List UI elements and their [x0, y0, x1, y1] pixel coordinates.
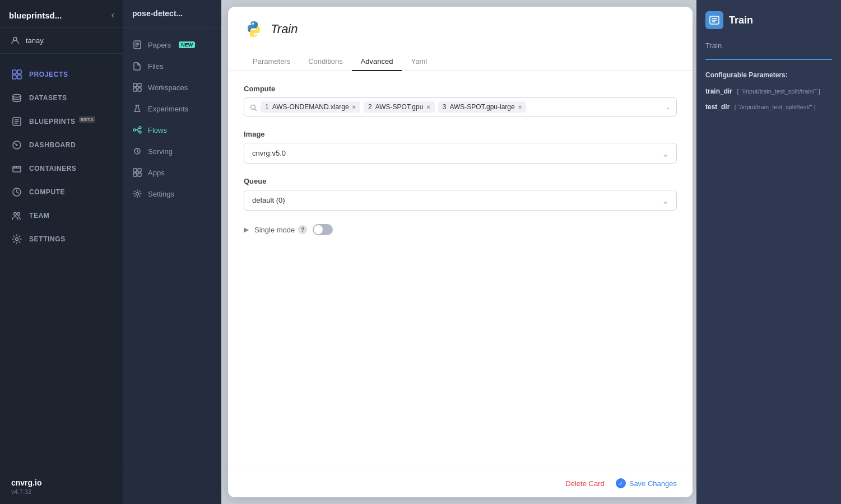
snav-item-flows[interactable]: Flows — [123, 119, 221, 141]
sidebar-footer: cnvrg.io v4.7.32 — [0, 469, 123, 504]
tab-yaml[interactable]: Yaml — [402, 53, 436, 71]
param-value-test-dir: [ "/input/train_test_split/test/" ] — [735, 104, 816, 110]
play-icon: ▶ — [244, 226, 249, 234]
apps-icon — [132, 167, 142, 178]
tag-remove-1[interactable]: × — [352, 104, 356, 110]
image-select[interactable]: cnvrg:v5.0 — [244, 143, 677, 164]
sidebar-label-datasets: DATASETS — [29, 94, 67, 102]
snav-item-papers[interactable]: Papers NEW — [123, 34, 221, 55]
python-icon — [244, 19, 264, 39]
right-panel-subtitle: Train — [705, 38, 832, 60]
compute-dropdown-arrow[interactable]: ⌄ — [665, 103, 671, 111]
dashboard-icon — [11, 139, 22, 151]
snav-label-workspaces: Workspaces — [148, 83, 188, 92]
projects-icon — [11, 69, 22, 80]
sidebar-item-compute[interactable]: COMPUTE — [0, 180, 123, 204]
queue-label: Queue — [244, 177, 677, 185]
tag-name-3: AWS-SPOT.gpu-large — [449, 103, 514, 111]
right-panel-header: Train — [705, 11, 832, 29]
sidebar-item-containers[interactable]: CONTAINERS — [0, 157, 123, 180]
tab-conditions[interactable]: Conditions — [299, 53, 351, 71]
collapse-icon[interactable]: ‹ — [111, 10, 114, 20]
image-value: cnvrg:v5.0 — [252, 149, 286, 157]
snav-label-serving: Serving — [148, 147, 173, 156]
compute-icon — [11, 186, 22, 198]
svg-rect-3 — [12, 75, 16, 79]
right-panel-title: Train — [729, 15, 753, 26]
modal-title: Train — [271, 22, 298, 36]
sidebar-label-containers: CONTAINERS — [29, 165, 76, 172]
footer-version: v4.7.32 — [11, 488, 112, 495]
compute-input[interactable]: 1 AWS-ONDEMAND.xlarge × 2 AWS-SPOT.gpu ×… — [244, 97, 677, 116]
svg-rect-4 — [17, 75, 21, 79]
save-check-icon: ✓ — [616, 478, 626, 488]
svg-point-8 — [16, 144, 18, 146]
compute-tag-3: 3 AWS-SPOT.gpu-large × — [438, 101, 526, 113]
image-label: Image — [244, 130, 677, 138]
user-name: tanay. — [26, 36, 45, 45]
left-sidebar: blueprintsd... ‹ tanay. PROJECTS — [0, 0, 123, 504]
snav-item-experiments[interactable]: Experiments — [123, 98, 221, 119]
main-content: Train Parameters Conditions Advanced Yam… — [221, 0, 841, 504]
svg-point-13 — [17, 213, 20, 216]
svg-point-11 — [16, 167, 17, 168]
sidebar-item-team[interactable]: TEAM — [0, 204, 123, 227]
tab-parameters[interactable]: Parameters — [244, 53, 299, 71]
sidebar-label-projects: PROJECTS — [29, 71, 68, 78]
sidebar-label-settings: SETTINGS — [29, 235, 66, 243]
main-nav: PROJECTS DATASETS BLUEPRINTS BETA — [0, 54, 123, 469]
save-changes-button[interactable]: ✓ Save Changes — [616, 478, 677, 488]
svg-rect-2 — [17, 70, 21, 74]
single-mode-label: Single mode ? — [254, 225, 307, 234]
sidebar-item-projects[interactable]: PROJECTS — [0, 63, 123, 86]
help-icon[interactable]: ? — [298, 225, 307, 234]
sidebar-item-settings[interactable]: SETTINGS — [0, 227, 123, 251]
configurable-params-label: Configurable Parameters: — [705, 71, 832, 79]
queue-value: default (0) — [252, 196, 285, 204]
snav-label-settings: Settings — [148, 190, 174, 198]
beta-badge: BETA — [79, 116, 96, 123]
modal-body: Compute 1 AWS-ONDEMAND.xlarge × — [228, 71, 693, 469]
svg-rect-17 — [138, 83, 141, 87]
sidebar-item-dashboard[interactable]: DASHBOARD — [0, 133, 123, 157]
delete-card-button[interactable]: Delete Card — [565, 479, 604, 488]
snav-item-settings[interactable]: Settings — [123, 183, 221, 204]
compute-label: Compute — [244, 85, 677, 93]
blueprints-icon — [11, 116, 22, 127]
tag-name-1: AWS-ONDEMAND.xlarge — [272, 103, 349, 111]
snav-item-workspaces[interactable]: Workspaces — [123, 77, 221, 98]
modal-header: Train — [228, 7, 693, 39]
snav-label-files: Files — [148, 62, 163, 71]
modal-footer: Delete Card ✓ Save Changes — [228, 469, 693, 497]
svg-rect-19 — [138, 88, 141, 91]
queue-section: Queue default (0) ⌄ — [244, 177, 677, 211]
tag-remove-3[interactable]: × — [518, 104, 522, 110]
footer-app-name: cnvrg.io — [11, 478, 112, 487]
containers-icon — [11, 163, 22, 174]
snav-label-flows: Flows — [148, 126, 167, 134]
single-mode-toggle[interactable] — [313, 224, 333, 235]
flows-icon — [132, 125, 142, 135]
snav-item-serving[interactable]: Serving — [123, 141, 221, 162]
tag-num-3: 3 — [443, 103, 447, 111]
snav-item-apps[interactable]: Apps — [123, 162, 221, 183]
svg-rect-1 — [12, 70, 16, 74]
right-panel-icon — [705, 11, 723, 29]
tab-advanced[interactable]: Advanced — [352, 53, 402, 71]
modal-card: Train Parameters Conditions Advanced Yam… — [228, 7, 693, 497]
svg-point-5 — [13, 95, 21, 97]
tag-num-1: 1 — [265, 103, 269, 111]
sidebar-item-datasets[interactable]: DATASETS — [0, 86, 123, 110]
sidebar-label-dashboard: DASHBOARD — [29, 141, 76, 149]
new-badge: NEW — [179, 41, 195, 48]
modal-tabs: Parameters Conditions Advanced Yaml — [228, 44, 693, 71]
svg-rect-25 — [133, 173, 137, 176]
snav-item-files[interactable]: Files — [123, 55, 221, 77]
compute-section: Compute 1 AWS-ONDEMAND.xlarge × — [244, 85, 677, 116]
image-select-wrap: cnvrg:v5.0 ⌄ — [244, 143, 677, 164]
sidebar-item-blueprints[interactable]: BLUEPRINTS BETA — [0, 110, 123, 133]
queue-select[interactable]: default (0) — [244, 190, 677, 211]
sidebar-label-team: TEAM — [29, 212, 49, 220]
save-label: Save Changes — [629, 479, 677, 488]
tag-remove-2[interactable]: × — [426, 104, 430, 110]
